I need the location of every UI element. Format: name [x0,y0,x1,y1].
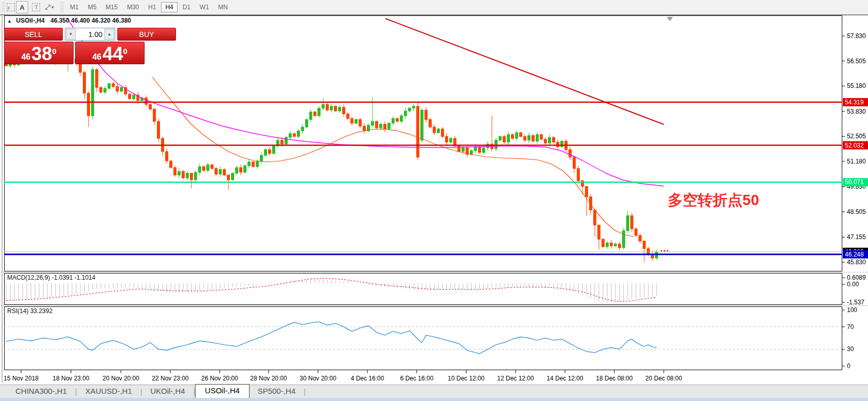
candle-body [129,94,131,99]
sell-price-pip: 0 [52,43,56,60]
candle-body [409,108,411,111]
macd-indicator-label: MACD(12,26,9) -1.0391 -1.1014 [7,274,95,281]
candle-body [458,146,460,152]
candle-body [437,129,440,133]
volume-increase-button[interactable]: ▲ [104,29,114,40]
candle-body [355,119,358,123]
candle-body [186,173,189,178]
candle-body [112,84,115,87]
candle-body [194,172,197,180]
chart-text-annotation[interactable]: 多空转折点50 [668,190,759,211]
sell-price-quote[interactable]: 46 38 0 [4,42,74,64]
volume-decrease-button[interactable]: ▼ [66,29,76,40]
candle-body [627,215,629,230]
time-axis-label: 28 Nov 20:00 [250,375,287,382]
candle-body [83,72,86,93]
price-scale-label: 53.830 [847,108,866,115]
candle-body [421,110,423,140]
candle-body [495,140,498,149]
candle-body [540,135,543,139]
time-axis-label: 22 Nov 23:00 [152,375,189,382]
candle-body [120,87,123,91]
candle-body [417,106,419,157]
buy-price-quote[interactable]: 46 44 0 [75,42,145,64]
candle-body [79,63,82,72]
chart-title: ▲ USOil-,H4 46.350 46.400 46.320 46.380 [7,17,131,24]
candle-body [511,135,514,138]
chart-symbol-period: USOil-,H4 [16,17,44,24]
time-axis-label: 15 Nov 2018 [4,375,39,382]
candle-body [178,171,181,175]
candle-body [532,136,535,141]
candle-body [260,155,263,161]
candle-body [273,146,275,154]
time-axis-label: 26 Nov 20:00 [201,375,238,382]
candle-body [594,210,596,225]
candle-body [281,140,284,144]
candle-body [425,110,428,119]
candle-body [314,112,316,116]
candle-body [264,150,267,155]
candle-body [470,151,473,154]
candle-body [297,131,300,136]
candle-body [363,126,366,131]
candle-body [289,134,292,137]
price-scale-label: 45.830 [847,259,866,266]
candle-body [339,107,341,111]
candle-body [392,119,395,123]
macd-value-signal: -1.1014 [75,274,96,281]
candle-body [322,104,325,108]
candle-body [536,135,539,141]
candle-body [450,138,452,142]
candle-body [610,243,613,246]
volume-input[interactable]: 1.00 [76,28,104,40]
candle-body [586,187,588,197]
macd-pane-frame [5,274,842,305]
candle-body [211,165,214,168]
time-axis-label: 14 Dec 12:00 [546,375,583,382]
candle-body [232,173,234,180]
candle-body [310,112,312,120]
candle-body [446,136,448,142]
candle-body [302,127,304,131]
candle-body [388,123,391,129]
candle-body [573,157,576,169]
candle-body [133,95,135,99]
chart-shift-marker-icon[interactable] [667,17,673,21]
candle-body [219,170,222,174]
candle-body [400,116,403,121]
rsi-value: 33.2392 [30,307,52,315]
triangle-icon: ▲ [7,19,12,24]
candle-body [577,169,580,181]
candle-body [371,121,374,125]
candle-body [404,111,407,116]
macd-name: MACD(12,26,9) [7,274,50,281]
candle-body [507,135,510,142]
candle-body [516,133,518,138]
candle-body [153,109,156,121]
candle-body [433,127,436,133]
candle-body [157,121,160,138]
sell-button[interactable]: SELL [4,28,63,41]
candle-body [166,152,168,161]
candle-body [479,147,481,153]
time-axis-label: 10 Dec 12:00 [448,375,485,382]
candle-body [474,147,477,151]
candle-body [569,150,572,157]
candle-body [614,244,617,246]
macd-scale-label: -1.537 [847,299,864,306]
price-scale-label: 47.155 [847,233,866,241]
candle-body [528,136,530,140]
candle-body [413,106,415,108]
volume-spinner: ▼ 1.00 ▲ [65,28,115,41]
buy-price-prefix: 46 [92,52,101,62]
candle-body [499,136,502,140]
candle-body [244,166,246,172]
time-axis-label: 12 Dec 12:00 [497,375,534,382]
buy-button[interactable]: BUY [117,28,176,41]
candle-body [606,243,609,247]
candle-body [236,168,238,173]
candle-body [520,133,522,136]
candle-body [561,141,563,147]
time-axis-label: 20 Dec 08:00 [645,375,682,382]
